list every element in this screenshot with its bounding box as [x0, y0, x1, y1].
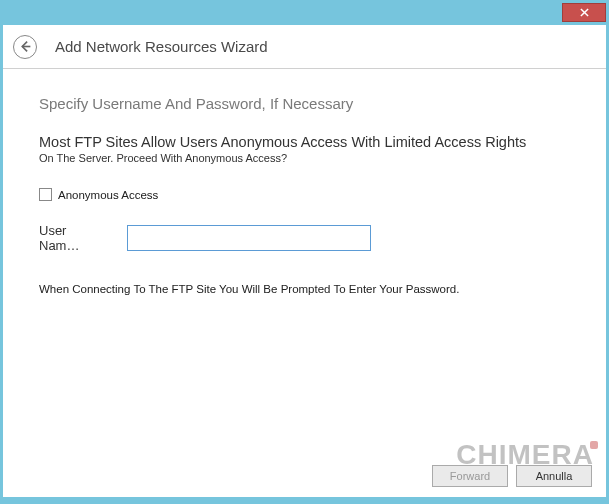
wizard-header: Add Network Resources Wizard — [3, 25, 606, 69]
wizard-title: Add Network Resources Wizard — [55, 38, 268, 55]
username-label: User Nam… — [39, 223, 109, 253]
username-input[interactable] — [127, 225, 371, 251]
wizard-footer: Forward Annulla — [432, 465, 592, 487]
anonymous-access-label: Anonymous Access — [58, 189, 158, 201]
description-subtitle: On The Server. Proceed With Anonymous Ac… — [39, 152, 570, 164]
close-button[interactable] — [562, 3, 606, 22]
wizard-content: Specify Username And Password, If Necess… — [3, 69, 606, 497]
anonymous-access-row: Anonymous Access — [39, 188, 570, 201]
close-icon — [580, 8, 589, 17]
description-title: Most FTP Sites Allow Users Anonymous Acc… — [39, 134, 570, 150]
back-button[interactable] — [13, 35, 37, 59]
wizard-window: Add Network Resources Wizard Specify Use… — [0, 0, 609, 504]
anonymous-access-checkbox[interactable] — [39, 188, 52, 201]
username-row: User Nam… — [39, 223, 570, 253]
titlebar — [3, 3, 606, 25]
step-title: Specify Username And Password, If Necess… — [39, 95, 570, 112]
watermark-dot-icon — [590, 441, 598, 449]
cancel-button[interactable]: Annulla — [516, 465, 592, 487]
forward-button[interactable]: Forward — [432, 465, 508, 487]
password-note: When Connecting To The FTP Site You Will… — [39, 283, 570, 295]
back-arrow-icon — [19, 40, 32, 53]
